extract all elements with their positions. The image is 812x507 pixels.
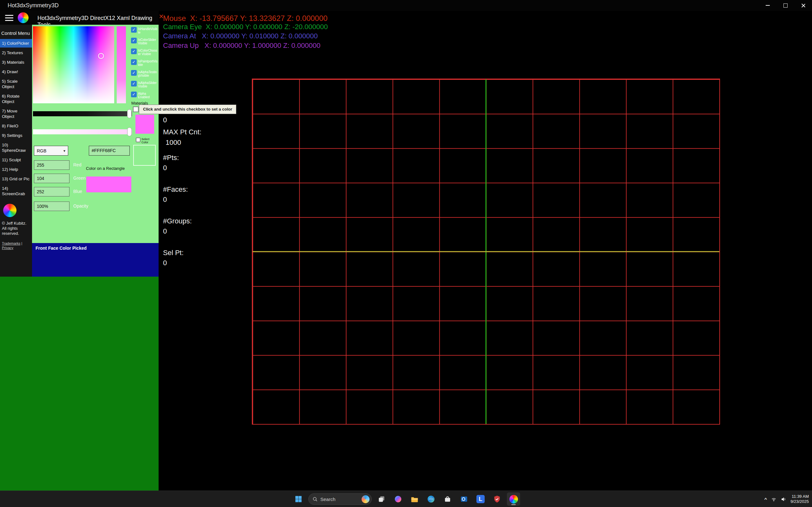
task-view-button[interactable] [375, 493, 388, 506]
sidebar-item-settings[interactable]: 9) Settings [0, 131, 32, 140]
checkbox-checked-icon: ✓ [131, 59, 137, 65]
security-button[interactable] [490, 493, 504, 506]
checkbox-is-handle-visible[interactable]: ✓ IsHandleVisible [131, 27, 158, 34]
checkbox-is-alphaslider-visible[interactable]: ✓ IsAlphaSliderVisible [131, 81, 158, 88]
value-slider-handle[interactable] [127, 109, 132, 118]
camera-at-text: Camera At X: 0.000000 Y: 0.010000 Z: 0.0… [163, 32, 318, 40]
sidebar-item-materials[interactable]: 3) Materials [0, 58, 32, 66]
edge-icon [427, 495, 435, 503]
spectrum-cursor[interactable] [98, 53, 104, 59]
hue-slider[interactable] [117, 26, 126, 103]
checkbox-checked-icon: ✓ [131, 38, 137, 43]
camera-up-text: Camera Up X: 0.000000 Y: 1.000000 Z: 0.0… [163, 42, 320, 50]
sidebar-item-grid-or-pic[interactable]: 13) Grid or Pic [0, 175, 32, 183]
value-slider[interactable] [33, 111, 132, 116]
opacity-label: Opacity [73, 204, 88, 209]
checkbox-alpha-enabled[interactable]: ✓ Alpha Enabled [131, 92, 158, 99]
security-shield-icon [493, 495, 501, 503]
color-rectangle [86, 176, 131, 192]
stat-selpt-label: Sel Pt: [163, 249, 184, 257]
l-app-button[interactable]: L [474, 493, 487, 506]
start-button[interactable] [292, 493, 305, 506]
color-mode-select[interactable]: RGB ▾ [34, 146, 68, 156]
maximize-button[interactable] [776, 0, 794, 11]
opacity-slider-handle[interactable] [127, 127, 132, 136]
store-button[interactable] [441, 493, 454, 506]
system-tray: ^ 11:39 AM 9/23/2025 [764, 491, 809, 507]
app-header: Hot3dxSymmetry3D DirectX12 Xaml Drawing … [0, 11, 159, 25]
sidebar-logo-icon [3, 204, 16, 217]
task-view-icon [377, 495, 386, 503]
close-button[interactable] [794, 0, 812, 11]
sidebar-item-sculpt[interactable]: 11) Sculpt [0, 156, 32, 164]
set-color-checkbox[interactable] [133, 107, 139, 112]
edge-button[interactable] [424, 493, 438, 506]
color-picker-panel: ✓ IsHandleVisible ✓ IsColorSliderVisible… [32, 25, 159, 243]
tray-time: 11:39 AM [791, 494, 809, 499]
green-label: Green [73, 176, 86, 181]
stat-groups-value: 0 [163, 227, 167, 235]
drawing-grid[interactable] [252, 78, 720, 425]
opacity-slider[interactable] [33, 129, 132, 134]
select-color-checkbox[interactable]: Select Color [136, 137, 154, 144]
stat-top-value: 0 [163, 116, 167, 124]
checkbox-is-colorchooser-visible[interactable]: ✓ IsColorChooser Visible [131, 49, 158, 56]
red-label: Red [73, 162, 82, 167]
checkbox-checked-icon: ✓ [131, 81, 137, 87]
window-titlebar: Hot3dxSymmetry3D [0, 0, 812, 11]
sidebar-item-draw[interactable]: 4) Draw! [0, 67, 32, 76]
blue-value-input[interactable]: 252 [34, 187, 69, 196]
sidebar-item-spheredraw[interactable]: 10) SphereDraw [0, 141, 32, 155]
link-separator: | [21, 241, 22, 245]
sidebar-item-screengrab[interactable]: 14) ScreenGrab [0, 184, 32, 198]
tray-clock[interactable]: 11:39 AM 9/23/2025 [791, 494, 809, 504]
camera-eye-text: Camera Eye X: 0.000000 Y: 0.000000 Z: -2… [163, 23, 328, 31]
sidebar-item-colorpicker[interactable]: 1) ColorPicker [0, 39, 32, 48]
hot3dx-app-button[interactable] [507, 493, 520, 506]
checkbox-is-alphatesting-visible[interactable]: ✓ IsAlphaTestingVisible [131, 70, 158, 77]
file-explorer-icon [410, 495, 419, 503]
sidebar-item-help[interactable]: 12) Help [0, 165, 32, 174]
privacy-link[interactable]: Privacy [2, 246, 13, 250]
sidebar-item-move-object[interactable]: 7) Move Object [0, 107, 32, 121]
red-value-input[interactable]: 255 [34, 160, 69, 170]
taskbar-search-input[interactable]: Search [308, 493, 372, 505]
copilot-button[interactable] [392, 493, 405, 506]
sidebar-item-fileio[interactable]: 8) FileIO [0, 122, 32, 130]
color-mode-value: RGB [37, 148, 46, 153]
minimize-button[interactable] [759, 0, 776, 11]
checkbox-checked-icon: ✓ [131, 27, 137, 33]
blue-label: Blue [73, 189, 82, 194]
l-app-icon: L [476, 495, 485, 503]
wifi-icon[interactable] [771, 496, 777, 502]
stat-groups-label: #Groups: [163, 217, 192, 225]
current-color-swatch [136, 115, 154, 134]
sidebar-item-textures[interactable]: 2) Textures [0, 49, 32, 57]
sidebar-item-scale-object[interactable]: 5) Scale Object [0, 77, 32, 91]
hamburger-menu-icon[interactable] [5, 15, 13, 21]
windows-logo-icon [294, 495, 303, 503]
green-value-input[interactable]: 104 [34, 174, 69, 183]
tray-chevron-up-icon[interactable]: ^ [764, 497, 767, 501]
volume-icon[interactable] [780, 496, 786, 502]
hex-color-input[interactable]: #FFFF68FC [89, 146, 130, 156]
trademarks-link[interactable]: Trademarks [2, 241, 20, 245]
chevron-down-icon: ▾ [63, 149, 65, 153]
minimize-icon [766, 5, 770, 6]
close-icon [801, 3, 805, 8]
taskbar-center: Search [292, 491, 520, 507]
file-explorer-button[interactable] [408, 493, 421, 506]
opacity-value-input[interactable]: 100% [34, 202, 69, 211]
outlook-button[interactable] [457, 493, 471, 506]
sidebar-item-rotate-object[interactable]: 6) Rotate Object [0, 92, 32, 106]
checkbox-tooltip: Click and unclick this checkbox to set a… [139, 105, 236, 114]
color-spectrum[interactable] [33, 26, 114, 103]
stat-max-pt-value: 1000 [165, 138, 181, 147]
stat-max-pt-label: MAX Pt Cnt: [163, 128, 201, 136]
front-face-panel: Front Face Color Picked [32, 243, 159, 277]
stat-faces-value: 0 [163, 195, 167, 204]
checkbox-is-paintport-visible[interactable]: ✓ IsPaintportVisible [131, 59, 158, 66]
checkbox-is-colorslider-visible[interactable]: ✓ IsColorSliderVisible [131, 38, 158, 45]
copyright-text: © Jeff Kubitz. All rights reserved. [0, 220, 32, 237]
control-menu-heading: Control Menu [0, 31, 32, 39]
